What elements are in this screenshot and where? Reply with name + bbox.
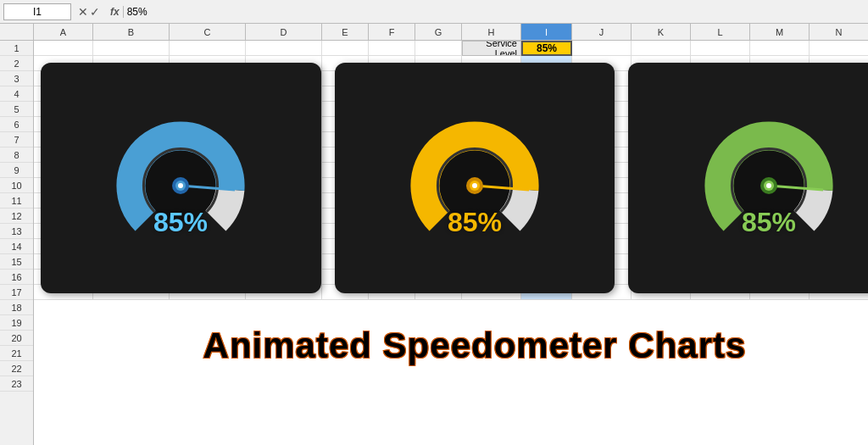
fx-label: fx: [107, 6, 124, 18]
formula-content: 85%: [127, 6, 147, 18]
grid-row-1: Service Level85%: [34, 41, 868, 56]
row-header-22[interactable]: 22: [0, 361, 33, 376]
speedometer-blue: [41, 63, 321, 293]
col-header-E[interactable]: E: [322, 24, 369, 40]
row-header-10[interactable]: 10: [0, 178, 33, 193]
cell-K1[interactable]: [632, 41, 691, 56]
col-header-N[interactable]: N: [810, 24, 868, 40]
row-header-18[interactable]: 18: [0, 300, 33, 315]
formula-bar: ✕ ✓ fx 85%: [0, 0, 868, 24]
row-header-12[interactable]: 12: [0, 209, 33, 224]
row-header-20[interactable]: 20: [0, 331, 33, 346]
row-header-7[interactable]: 7: [0, 132, 33, 147]
row-header-11[interactable]: 11: [0, 193, 33, 209]
row-header-17[interactable]: 17: [0, 285, 33, 300]
grid-content: Service Level85% Animated Speedometer Ch…: [34, 41, 868, 445]
cell-G1[interactable]: [415, 41, 462, 56]
row-header-1[interactable]: 1: [0, 41, 33, 56]
row-header-15[interactable]: 15: [0, 254, 33, 270]
cell-C1[interactable]: [170, 41, 246, 56]
cell-L1[interactable]: [691, 41, 750, 56]
row-header-9[interactable]: 9: [0, 163, 33, 178]
col-header-B[interactable]: B: [93, 24, 170, 40]
row-header-3[interactable]: 3: [0, 71, 33, 86]
cancel-icon[interactable]: ✕: [78, 5, 88, 19]
excel-app: ✕ ✓ fx 85% ABCDEFGHIJKLMNO 1234567891011…: [0, 0, 868, 445]
col-header-M[interactable]: M: [750, 24, 810, 40]
row-header-6[interactable]: 6: [0, 117, 33, 132]
cell-J1[interactable]: [572, 41, 632, 56]
speedometer-canvas-gold: [381, 102, 568, 254]
row-header-14[interactable]: 14: [0, 239, 33, 254]
page-title-area: Animated Speedometer Charts: [34, 300, 868, 392]
page-title-text: Animated Speedometer Charts: [203, 325, 747, 366]
col-header-C[interactable]: C: [170, 24, 246, 40]
row-header-16[interactable]: 16: [0, 270, 33, 285]
row-header-5[interactable]: 5: [0, 102, 33, 117]
corner-cell: [0, 24, 34, 40]
speedometer-green: [628, 63, 868, 293]
spreadsheet-body: 1234567891011121314151617181920212223 Se…: [0, 41, 868, 445]
row-header-8[interactable]: 8: [0, 147, 33, 163]
column-headers: ABCDEFGHIJKLMNO: [0, 24, 868, 41]
cell-I1[interactable]: 85%: [521, 41, 572, 56]
cell-M1[interactable]: [750, 41, 810, 56]
col-header-I[interactable]: I: [521, 24, 572, 40]
col-header-F[interactable]: F: [369, 24, 415, 40]
formula-icons: ✕ ✓: [75, 5, 103, 19]
col-header-J[interactable]: J: [572, 24, 632, 40]
cell-H1[interactable]: Service Level: [462, 41, 521, 56]
row-header-4[interactable]: 4: [0, 86, 33, 102]
cell-F1[interactable]: [369, 41, 415, 56]
col-header-D[interactable]: D: [246, 24, 322, 40]
row-header-13[interactable]: 13: [0, 224, 33, 239]
col-header-A[interactable]: A: [34, 24, 93, 40]
speedometer-canvas-green: [676, 102, 862, 254]
name-box[interactable]: [3, 3, 71, 20]
charts-area: [34, 56, 868, 300]
cell-B1[interactable]: [93, 41, 170, 56]
col-header-K[interactable]: K: [632, 24, 691, 40]
cell-A1[interactable]: [34, 41, 93, 56]
col-header-L[interactable]: L: [691, 24, 750, 40]
cell-E1[interactable]: [322, 41, 369, 56]
confirm-icon[interactable]: ✓: [90, 5, 100, 19]
cell-D1[interactable]: [246, 41, 322, 56]
col-header-G[interactable]: G: [415, 24, 462, 40]
row-header-2[interactable]: 2: [0, 56, 33, 71]
col-header-H[interactable]: H: [462, 24, 521, 40]
row-header-23[interactable]: 23: [0, 376, 33, 392]
row-header-21[interactable]: 21: [0, 346, 33, 361]
speedometer-gold: [335, 63, 615, 293]
speedometer-canvas-blue: [87, 102, 274, 254]
row-headers: 1234567891011121314151617181920212223: [0, 41, 34, 445]
row-header-19[interactable]: 19: [0, 315, 33, 331]
cell-N1[interactable]: [810, 41, 868, 56]
